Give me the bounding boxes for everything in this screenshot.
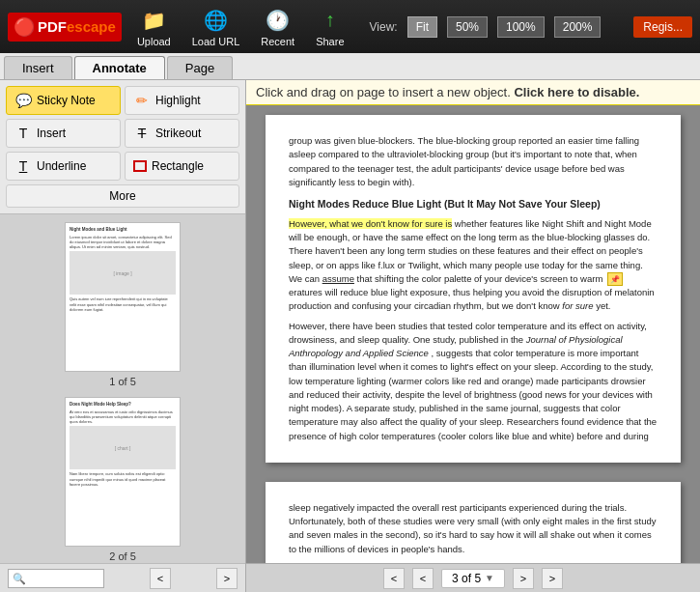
underline-tool[interactable]: T Underline [6,152,121,181]
logo-text: PDFescape [38,18,116,35]
pdf-underline-assume: assume [322,273,354,284]
underline-icon: T [14,157,32,175]
recent-icon: 🕐 [265,7,292,34]
view-50-button[interactable]: 50% [447,16,488,38]
thumbnail-2[interactable]: Does Night Mode Help Sleep? At vero eos … [65,397,181,562]
left-panel: 💬 Sticky Note ✏ Highlight T Insert T Str… [0,80,246,592]
upload-icon: 📁 [140,7,167,34]
loadurl-button[interactable]: 🌐 Load URL [186,5,246,49]
prev-thumb-button[interactable]: < [150,568,171,589]
highlight-icon: ✏ [133,92,151,109]
loadurl-label: Load URL [192,36,240,47]
search-area [8,569,104,588]
page-dropdown-arrow: ▼ [485,573,494,583]
pdf-para2-end: yet. [596,300,610,311]
view-200-button[interactable]: 200% [554,16,602,38]
share-button[interactable]: ↑ Share [310,5,350,49]
pdf-para2: However, what we don't know for sure is … [289,217,658,314]
main: 💬 Sticky Note ✏ Highlight T Insert T Str… [0,80,700,592]
search-input[interactable] [8,569,104,588]
pdf-prev-button[interactable]: < [412,568,434,589]
right-content: Click and drag on page to insert a new o… [246,80,700,592]
sticky-note-icon: 💬 [14,92,32,109]
thumbnail-1[interactable]: Night Modes and Blue Light Lorem ipsum d… [65,222,181,387]
header: 🔴 PDFescape 📁 Upload 🌐 Load URL 🕐 Recent… [0,0,700,53]
highlight-tool[interactable]: ✏ Highlight [125,86,239,115]
page-indicator[interactable]: 3 of 5 ▼ [441,569,505,588]
share-icon: ↑ [317,7,344,34]
thumb-label-2: 2 of 5 [109,550,136,562]
recent-button[interactable]: 🕐 Recent [255,5,300,49]
rectangle-tool[interactable]: Rectangle [125,152,239,181]
view-fit-button[interactable]: Fit [407,16,437,38]
logo: 🔴 PDFescape [8,13,122,42]
upload-button[interactable]: 📁 Upload [131,5,177,49]
notification-text: Click and drag on page to insert a new o… [256,85,511,99]
share-label: Share [316,36,344,47]
next-thumb-button[interactable]: > [216,568,238,589]
thumb-label-1: 1 of 5 [109,376,136,387]
view-label: View: [370,20,398,34]
tab-annotate[interactable]: Annotate [74,56,165,79]
tab-insert[interactable]: Insert [4,56,72,79]
pdf-para3: However, there have been studies that te… [289,320,658,443]
pdf-para4: sleep negatively impacted the overall re… [289,501,658,556]
thumb-image-2[interactable]: Does Night Mode Help Sleep? At vero eos … [65,397,181,547]
loadurl-icon: 🌐 [203,7,230,34]
tool-grid: 💬 Sticky Note ✏ Highlight T Insert T Str… [6,86,239,181]
notification-link[interactable]: Click here to disable. [514,85,639,99]
pdf-area: group was given blue-blockers. The blue-… [246,105,700,563]
upload-label: Upload [137,36,171,47]
annotate-tools: 💬 Sticky Note ✏ Highlight T Insert T Str… [0,80,245,214]
notification-bar: Click and drag on page to insert a new o… [246,80,700,105]
left-bottom-nav: < > [0,563,245,592]
recent-label: Recent [261,36,294,47]
pdf-page-bottom: sleep negatively impacted the overall re… [266,482,681,563]
pdf-highlight-1: However, what we don't know for sure is [289,218,452,229]
view-100-button[interactable]: 100% [497,16,545,38]
thumb-image-1[interactable]: Night Modes and Blue Light Lorem ipsum d… [65,222,181,372]
more-button[interactable]: More [6,184,239,208]
rectangle-icon [133,160,147,172]
register-button[interactable]: Regis... [633,16,692,38]
sticky-note-tool[interactable]: 💬 Sticky Note [6,86,121,115]
pdf-page-top: group was given blue-blockers. The blue-… [266,115,681,463]
pdf-bottom-nav: < < 3 of 5 ▼ > > [246,563,700,592]
thumbnails: Night Modes and Blue Light Lorem ipsum d… [0,214,245,563]
strikeout-tool[interactable]: T Strikeout [125,119,239,148]
pdf-para1: group was given blue-blockers. The blue-… [289,134,658,189]
page-display: 3 of 5 [452,572,481,585]
pdf-sticky-note-inline: 📌 [607,272,623,286]
pdf-forsure: for sure [562,300,593,311]
insert-tool[interactable]: T Insert [6,119,121,148]
pdf-next-button[interactable]: > [513,568,534,589]
strikeout-icon: T [133,125,151,142]
pdf-last-next-button[interactable]: > [542,568,563,589]
pdf-heading1: Night Modes Reduce Blue Light (But It Ma… [289,197,658,212]
pdf-para2-cont: that shifting the color palette of your … [357,273,603,284]
tab-page[interactable]: Page [167,56,233,79]
tabs-row: Insert Annotate Page [0,53,700,80]
insert-icon: T [14,125,32,142]
pdf-first-prev-button[interactable]: < [383,568,405,589]
